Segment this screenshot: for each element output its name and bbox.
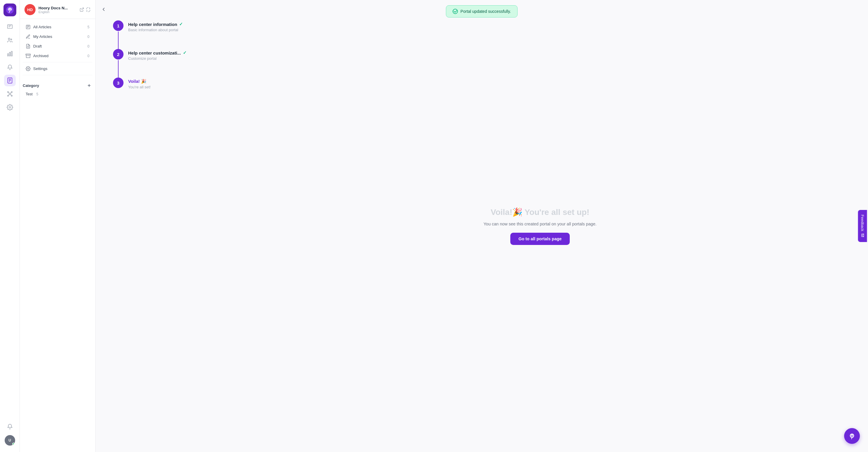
- refresh-icon[interactable]: [86, 7, 91, 12]
- nav-draft-count: 0: [87, 44, 89, 49]
- step-1-number: 1: [113, 21, 124, 31]
- step-3-number: 3: [113, 78, 124, 88]
- step-1-check: ✓: [179, 22, 183, 27]
- chat-fab-button[interactable]: [844, 428, 860, 444]
- svg-point-25: [851, 435, 852, 436]
- svg-point-14: [7, 95, 8, 96]
- app-logo[interactable]: [3, 3, 16, 16]
- nav-my-articles[interactable]: My Articles 0: [23, 32, 92, 41]
- step-3-title: Voila! 🎉: [128, 79, 151, 84]
- feedback-label: Feedback: [860, 215, 865, 231]
- success-title: Voila!🎉 You're all set up!: [491, 207, 590, 217]
- settings-nav-icon: [26, 66, 31, 71]
- nav-draft[interactable]: Draft 0: [23, 42, 92, 51]
- category-item-label: Test: [26, 92, 33, 96]
- main-content: Portal updated successfully. 1 Help cent…: [96, 0, 868, 452]
- svg-point-5: [8, 38, 10, 40]
- svg-point-26: [852, 435, 853, 436]
- svg-point-3: [10, 9, 11, 10]
- nav-my-articles-label: My Articles: [33, 34, 52, 39]
- category-header: Category +: [20, 80, 95, 90]
- go-portals-button[interactable]: Go to all portals page: [510, 233, 570, 245]
- add-category-button[interactable]: +: [86, 82, 92, 89]
- sidebar-user-avatar: HD: [25, 4, 35, 15]
- svg-rect-10: [7, 78, 12, 83]
- steps-panel: 1 Help center information ✓ Basic inform…: [96, 0, 218, 104]
- external-link-icon[interactable]: [80, 7, 84, 12]
- step-1-subtitle: Basic information about portal: [128, 28, 183, 32]
- nav-archived[interactable]: Archived 0: [23, 51, 92, 60]
- toast-notification: Portal updated successfully.: [446, 5, 518, 18]
- nav-archived-label: Archived: [33, 54, 49, 58]
- step-3-content: Voila! 🎉 You're all set!: [128, 78, 151, 95]
- svg-point-6: [10, 39, 12, 40]
- step-3: 3 Voila! 🎉 You're all set!: [113, 78, 218, 95]
- icon-rail: U: [0, 0, 20, 452]
- reports-icon[interactable]: [4, 48, 16, 59]
- step-3-indicator: 3: [113, 78, 124, 88]
- step-2-indicator: 2: [113, 49, 124, 78]
- settings-icon[interactable]: [4, 102, 16, 113]
- sidebar-divider2: [23, 75, 92, 75]
- svg-point-12: [7, 91, 8, 93]
- svg-rect-8: [9, 52, 10, 56]
- svg-point-2: [8, 9, 9, 10]
- articles-icon[interactable]: [4, 75, 16, 86]
- nav-archived-count: 0: [87, 54, 89, 58]
- integrations-icon[interactable]: [4, 88, 16, 100]
- archive-icon: [26, 53, 31, 58]
- step-3-subtitle: You're all set!: [128, 85, 151, 89]
- sidebar-user-name: Hoory Docs N...: [38, 6, 76, 10]
- svg-point-13: [11, 91, 12, 93]
- book-icon: [26, 25, 31, 29]
- success-panel: Voila!🎉 You're all set up! You can now s…: [212, 0, 868, 452]
- sidebar-header-text: Hoory Docs N... English: [38, 6, 76, 14]
- category-item-test[interactable]: Test 5: [20, 90, 95, 98]
- step-2-title: Help center customizati... ✓: [128, 50, 187, 55]
- step-2-line: [118, 60, 119, 78]
- toast-message: Portal updated successfully.: [461, 9, 511, 14]
- nav-all-articles-count: 5: [87, 25, 89, 29]
- svg-point-23: [27, 68, 29, 69]
- category-label: Category: [23, 83, 39, 88]
- pen-icon: [26, 34, 31, 39]
- svg-point-16: [9, 107, 11, 108]
- svg-line-17: [82, 8, 84, 10]
- nav-all-articles[interactable]: All Articles 5: [23, 23, 92, 31]
- step-2-check: ✓: [183, 50, 187, 55]
- success-subtitle: You can now see this created portal on y…: [484, 222, 596, 226]
- step-1-content: Help center information ✓ Basic informat…: [128, 21, 183, 38]
- step-1-title: Help center information ✓: [128, 22, 183, 27]
- back-button[interactable]: [101, 6, 106, 12]
- contacts-icon[interactable]: [4, 34, 16, 46]
- toast-check-icon: [453, 9, 458, 14]
- chat-fab-icon: [848, 432, 856, 440]
- sidebar-nav: All Articles 5 My Articles 0 Draft 0: [20, 19, 95, 80]
- svg-point-24: [850, 434, 854, 438]
- step-2: 2 Help center customizati... ✓ Customize…: [113, 49, 218, 78]
- draft-icon: [26, 44, 31, 49]
- sidebar-header: HD Hoory Docs N... English: [20, 0, 95, 19]
- svg-rect-18: [26, 25, 30, 29]
- notifications-icon[interactable]: [4, 61, 16, 73]
- conversations-icon[interactable]: [4, 21, 16, 33]
- feedback-tab[interactable]: Feedback: [858, 210, 867, 242]
- nav-my-articles-count: 0: [87, 35, 89, 39]
- sidebar-user-lang: English: [38, 10, 76, 14]
- feedback-icon: [861, 233, 865, 237]
- nav-settings[interactable]: Settings: [23, 64, 92, 73]
- nav-settings-label: Settings: [33, 66, 48, 71]
- bell-icon[interactable]: [4, 421, 16, 432]
- nav-draft-label: Draft: [33, 44, 42, 49]
- sidebar-header-actions: [80, 7, 91, 12]
- svg-rect-21: [26, 54, 31, 55]
- svg-rect-4: [7, 25, 12, 29]
- sidebar: HD Hoory Docs N... English: [20, 0, 96, 452]
- svg-rect-7: [7, 54, 8, 56]
- step-2-subtitle: Customize portal: [128, 56, 187, 61]
- user-avatar[interactable]: U: [5, 435, 15, 446]
- sidebar-divider: [23, 62, 92, 62]
- category-item-count: 5: [36, 92, 38, 96]
- nav-all-articles-label: All Articles: [33, 25, 51, 29]
- step-1: 1 Help center information ✓ Basic inform…: [113, 21, 218, 49]
